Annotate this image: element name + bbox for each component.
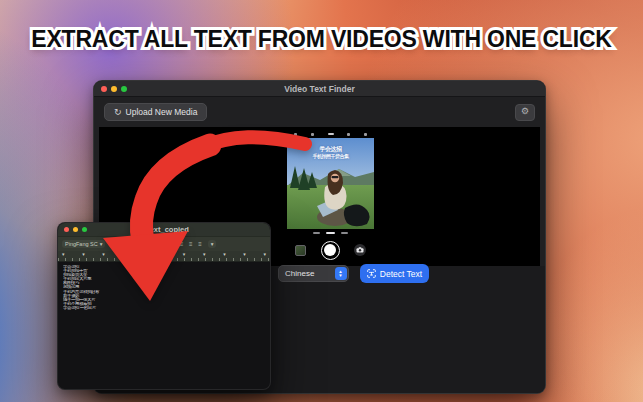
flip-camera-button bbox=[354, 244, 366, 256]
font-style-select[interactable] bbox=[109, 240, 122, 248]
language-select[interactable]: Chinese ▲ ▼ bbox=[278, 265, 349, 282]
format-bar: PingFang SC ▾ B I U ≡ ≡ ≡ ▾ bbox=[58, 236, 270, 251]
text-viewfinder-icon bbox=[367, 269, 376, 278]
video-frame: 学会这招 手机拍照干货合集 bbox=[287, 138, 374, 229]
alignment-buttons[interactable]: ≡ ≡ ≡ bbox=[180, 241, 204, 247]
mode-portrait bbox=[341, 232, 348, 234]
timer-icon bbox=[347, 133, 350, 136]
filter-icon bbox=[364, 133, 367, 136]
detect-text-label: Detect Text bbox=[380, 269, 422, 279]
editor-titlebar[interactable]: text_copied bbox=[58, 223, 270, 236]
upload-new-media-button[interactable]: ↻ Upload New Media bbox=[104, 103, 207, 121]
text-color-well[interactable] bbox=[139, 240, 148, 249]
upload-icon: ↻ bbox=[114, 108, 122, 116]
editor-window-title: text_copied bbox=[58, 225, 270, 234]
camera-top-bar bbox=[287, 130, 374, 138]
font-size-select[interactable] bbox=[126, 240, 135, 248]
ruler[interactable]: ▾▾▾▾▾▾▾▾▾▾▾ bbox=[58, 251, 270, 262]
chevron-icon bbox=[328, 133, 334, 135]
photo-thumbnail bbox=[295, 245, 306, 256]
chevron-down-icon: ▾ bbox=[100, 241, 103, 247]
settings-button[interactable]: ⚙ bbox=[515, 104, 535, 121]
camera-mode-row bbox=[287, 229, 374, 237]
chevron-up-down-icon: ▲ ▼ bbox=[335, 267, 347, 280]
mode-photo-selected bbox=[326, 232, 335, 234]
video-preview[interactable]: 学会这招 手机拍照干货合集 bbox=[287, 130, 374, 263]
video-overlay-text-2: 手机拍照干货合集 bbox=[287, 153, 374, 159]
chevron-down-icon: ▾ bbox=[211, 241, 214, 247]
language-select-value: Chinese bbox=[279, 269, 335, 278]
shutter-button bbox=[321, 241, 340, 260]
mode-video bbox=[313, 232, 320, 234]
upload-button-label: Upload New Media bbox=[126, 107, 198, 117]
flash-icon bbox=[294, 133, 297, 136]
tab-stop-markers: ▾▾▾▾▾▾▾▾▾▾▾ bbox=[62, 251, 266, 257]
gear-icon: ⚙ bbox=[521, 106, 529, 116]
document-icon bbox=[139, 226, 144, 233]
window-title: Video Text Finder bbox=[94, 84, 545, 94]
text-line: 学会这招 一秒出片 bbox=[63, 306, 265, 310]
camera-icon bbox=[356, 247, 364, 253]
font-family-select[interactable]: PingFang SC ▾ bbox=[62, 240, 105, 248]
bold-italic-underline-buttons[interactable]: B I U bbox=[152, 241, 175, 247]
list-style-select[interactable]: ▾ bbox=[208, 240, 217, 248]
live-photo-icon bbox=[311, 133, 314, 136]
main-toolbar: ↻ Upload New Media ⚙ bbox=[94, 97, 545, 127]
text-copied-window: text_copied PingFang SC ▾ B I U ≡ ≡ ≡ ▾ … bbox=[57, 222, 271, 390]
hero-headline-text: EXTRACT ALL TEXT FROM VIDEOS WITH ONE CL… bbox=[0, 26, 643, 53]
detect-text-button[interactable]: Detect Text bbox=[360, 264, 429, 283]
screenshot-stage: EXTRACT ALL TEXT FROM VIDEOS WITH ONE CL… bbox=[0, 0, 643, 402]
editor-text-area[interactable]: 学会这招 手机拍照干货 拍照姿势大全 手机拍出大片感 构图技巧 光线运用 手机风… bbox=[58, 262, 270, 313]
main-titlebar[interactable]: Video Text Finder bbox=[94, 81, 545, 97]
camera-bottom-bar bbox=[287, 237, 374, 263]
